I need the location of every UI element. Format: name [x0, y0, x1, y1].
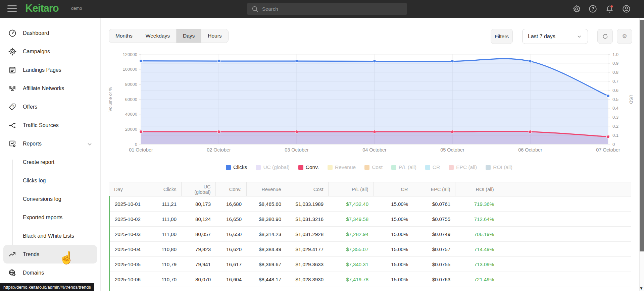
notifications-bell-icon[interactable] [605, 4, 614, 13]
date-range-select[interactable]: Last 7 days [522, 29, 588, 44]
cell: 111,00 [149, 212, 181, 227]
chart-settings-button[interactable]: ⚙ [617, 29, 632, 44]
cell: $7,349.58 [328, 212, 373, 227]
svg-text:100000: 100000 [123, 67, 137, 72]
data-point [217, 130, 220, 133]
sidebar-item-clicks-log[interactable]: Clicks log [0, 171, 100, 190]
cell: 9,943 [215, 287, 246, 291]
legend-label: UC (global) [263, 164, 289, 170]
trends-table: DayClicksUC (global)Conv.RevenueCostP/L … [109, 182, 631, 291]
sidebar-item-reports[interactable]: Reports [0, 134, 100, 153]
cell: $0.0755 [413, 212, 455, 227]
settings-gear-icon[interactable] [572, 4, 581, 13]
sidebar-item-domains[interactable]: Domains [0, 264, 100, 282]
cell [499, 196, 631, 212]
sidebar-item-exported-reports[interactable]: Exported reports [0, 208, 100, 227]
svg-text:03 October: 03 October [285, 147, 309, 153]
legend-item-clicks[interactable]: Clicks [226, 164, 247, 170]
search-input[interactable] [262, 3, 403, 15]
filters-button[interactable]: Filters [491, 29, 513, 44]
env-label: demo [71, 6, 82, 11]
sidebar-item-black-and-white-lists[interactable]: Black and White Lists [0, 227, 100, 245]
sidebar-item-traffic-sources[interactable]: Traffic Sources [0, 116, 100, 134]
tab-months[interactable]: Months [109, 29, 139, 43]
cell: $0.0743 [413, 287, 455, 291]
app-logo[interactable]: Keitaro [25, 2, 59, 14]
sidebar-item-campaigns[interactable]: Campaigns [0, 42, 100, 61]
date-range-value: Last 7 days [528, 34, 555, 40]
sidebar-item-label: Exported reports [23, 215, 62, 221]
sidebar-item-conversions-log[interactable]: Conversions log [0, 190, 100, 208]
col-header-filler [499, 182, 631, 196]
cell: 79,823 [181, 242, 215, 257]
refresh-button[interactable] [597, 29, 613, 44]
sidebar-item-create-report[interactable]: Create report [0, 153, 100, 171]
svg-text:0.2: 0.2 [612, 124, 618, 129]
gear-icon: ⚙ [622, 33, 627, 40]
tab-hours[interactable]: Hours [201, 29, 228, 43]
legend-item-conv-[interactable]: Conv. [298, 164, 319, 170]
sidebar-item-affiliate-networks[interactable]: Affiliate Networks [0, 79, 100, 98]
legend-item-epc-all-[interactable]: EPC (all) [449, 164, 477, 170]
domains-icon [8, 269, 17, 277]
svg-text:0.7: 0.7 [612, 79, 618, 84]
legend-label: Conv. [306, 164, 319, 170]
legend-item-revenue[interactable]: Revenue [328, 164, 356, 170]
data-point [607, 95, 610, 98]
sidebar-item-offers[interactable]: SOffers [0, 98, 100, 116]
cell: 719.36% [455, 196, 499, 212]
legend-item-p-l-all-[interactable]: P/L (all) [391, 164, 416, 170]
sidebar-item-label: Campaigns [23, 49, 50, 55]
sidebar-item-dashboard[interactable]: Dashboard [0, 24, 100, 42]
data-point [140, 130, 143, 133]
col-header-cr: CR [373, 182, 413, 196]
svg-text:1.0: 1.0 [612, 52, 618, 57]
svg-text:40000: 40000 [125, 112, 137, 117]
cell: $1,028.3930 [286, 272, 328, 287]
help-icon[interactable] [588, 4, 597, 13]
svg-text:0.5: 0.5 [612, 97, 618, 102]
legend-item-uc-global-[interactable]: UC (global) [256, 164, 289, 170]
cell: $1,033.1989 [286, 196, 328, 212]
cell: 16,680 [215, 196, 246, 212]
traffic-icon [8, 121, 17, 130]
cell [499, 242, 631, 257]
legend-swatch [298, 165, 303, 170]
sidebar-item-trends[interactable]: Trends [3, 245, 97, 264]
sidebar-item-label: Affiliate Networks [23, 85, 64, 92]
legend-swatch [486, 165, 491, 170]
legend-item-roi-all-[interactable]: ROI (all) [486, 164, 512, 170]
col-header-roi-all-: ROI (all) [455, 182, 499, 196]
scrollbar-thumb[interactable] [640, 20, 644, 251]
tab-weekdays[interactable]: Weekdays [139, 29, 177, 43]
data-point [529, 130, 532, 133]
legend-item-cr[interactable]: CR [425, 164, 440, 170]
sidebar-item-label: Black and White Lists [23, 233, 74, 239]
svg-text:01 October: 01 October [129, 147, 153, 153]
cell: 2025-10-05 [109, 257, 149, 272]
table-row: 2025-10-05110,7979,94116,617$8,369.67$1,… [109, 257, 631, 272]
scroll-corner-icon: ▼ [639, 286, 643, 291]
search-bar[interactable] [247, 3, 407, 15]
svg-text:06 October: 06 October [518, 147, 542, 153]
data-point [529, 60, 532, 63]
cell: $0.0757 [413, 242, 455, 257]
cell: 110,80 [149, 242, 181, 257]
legend-swatch [256, 165, 261, 170]
cell: $8,465.60 [246, 196, 286, 212]
svg-text:80000: 80000 [125, 82, 137, 87]
page-scrollbar [639, 18, 644, 291]
cell: 712.64% [455, 212, 499, 227]
granularity-tab-group: MonthsWeekdaysDaysHours [109, 29, 229, 43]
account-icon[interactable] [622, 4, 631, 13]
legend-item-cost[interactable]: Cost [364, 164, 383, 170]
cell: 2025-10-04 [109, 242, 149, 257]
sidebar-item-landings-pages[interactable]: Landings Pages [0, 61, 100, 79]
table-row: 2025-10-04110,8079,82316,620$8,384.49$1,… [109, 242, 631, 257]
tab-days[interactable]: Days [177, 29, 201, 43]
data-point [373, 130, 376, 133]
sidebar-item-label: Clicks log [23, 178, 46, 184]
hamburger-menu-icon[interactable] [7, 5, 17, 12]
table-row: 2025-10-0764,4044,4579,943$4,938.24$587.… [109, 287, 631, 291]
notification-dot [610, 5, 613, 8]
